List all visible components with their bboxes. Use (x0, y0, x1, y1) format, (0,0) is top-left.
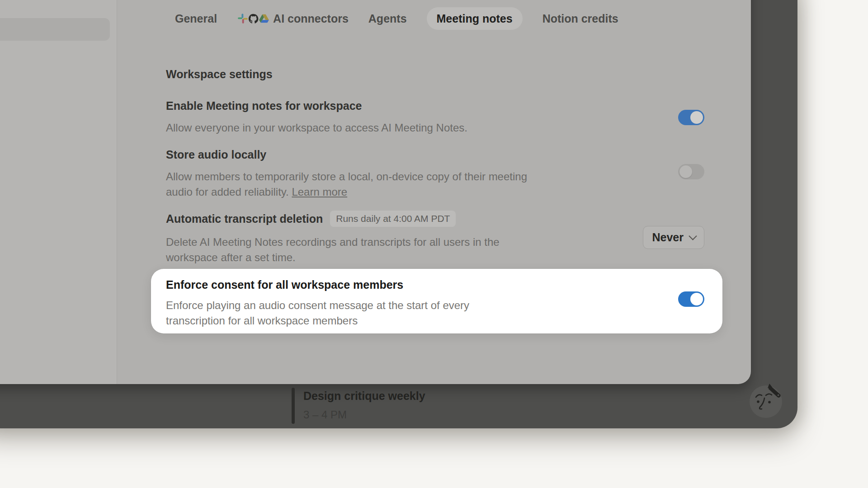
calendar-event-title[interactable]: Design critique weekly (303, 389, 425, 403)
tab-notion-credits[interactable]: Notion credits (542, 7, 618, 30)
schedule-badge: Runs daily at 4:00 AM PDT (330, 211, 456, 227)
section-heading: Workspace settings (166, 68, 273, 81)
github-icon (247, 13, 259, 25)
learn-more-link[interactable]: Learn more (292, 186, 347, 198)
toggle-knob (690, 111, 703, 124)
tab-agents[interactable]: Agents (368, 7, 407, 30)
sidebar-selected-item[interactable] (0, 18, 110, 41)
connector-icons (237, 13, 269, 25)
store-audio-toggle[interactable] (678, 164, 704, 179)
setting-row-enforce-consent-spotlight: Enforce consent for all workspace member… (151, 269, 722, 333)
setting-title: Enforce consent for all workspace member… (166, 278, 722, 291)
setting-row-transcript-deletion: Automatic transcript deletion Runs daily… (166, 211, 704, 265)
setting-title: Enable Meeting notes for workspace (166, 99, 704, 113)
settings-tab-bar: General AI connectors Agents Meeting not… (175, 7, 618, 30)
chevron-down-icon (689, 232, 697, 240)
tab-ai-connectors[interactable]: AI connectors (237, 7, 349, 30)
dropdown-value: Never (652, 231, 684, 244)
calendar-event-color-bar (292, 388, 295, 424)
setting-title: Automatic transcript deletion (166, 212, 323, 225)
toggle-knob (679, 165, 692, 178)
enforce-consent-toggle[interactable] (678, 291, 704, 307)
ai-face-pencil-icon (747, 381, 789, 420)
setting-description: Delete AI Meeting Notes recordings and t… (166, 235, 618, 265)
setting-row-enable-meeting-notes: Enable Meeting notes for workspace Allow… (166, 99, 704, 136)
setting-title: Store audio locally (166, 148, 704, 161)
setting-description: Allow members to temporarily store a loc… (166, 169, 618, 200)
setting-description: Enforce playing an audio consent message… (166, 298, 618, 328)
google-drive-icon (258, 13, 270, 24)
tab-meeting-notes[interactable]: Meeting notes (427, 7, 523, 30)
settings-sidebar (0, 0, 117, 384)
notion-ai-button[interactable] (747, 381, 789, 420)
tab-ai-connectors-label: AI connectors (273, 12, 349, 25)
calendar-event-time: 3 – 4 PM (303, 408, 347, 421)
tab-general[interactable]: General (175, 7, 217, 30)
setting-row-store-audio: Store audio locally Allow members to tem… (166, 148, 704, 200)
deletion-period-dropdown[interactable]: Never (643, 226, 705, 249)
enable-meeting-notes-toggle[interactable] (678, 110, 704, 125)
setting-description: Allow everyone in your workspace to acce… (166, 120, 618, 136)
toggle-knob (690, 293, 703, 305)
